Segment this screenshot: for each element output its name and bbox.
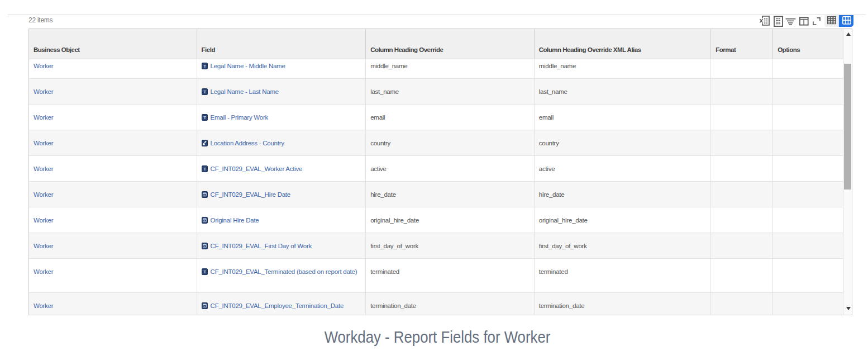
svg-text:T: T (203, 64, 206, 69)
svg-text:T: T (203, 269, 206, 274)
svg-text:T: T (203, 89, 206, 94)
svg-text:T: T (203, 115, 206, 120)
svg-text:T: T (203, 167, 206, 172)
